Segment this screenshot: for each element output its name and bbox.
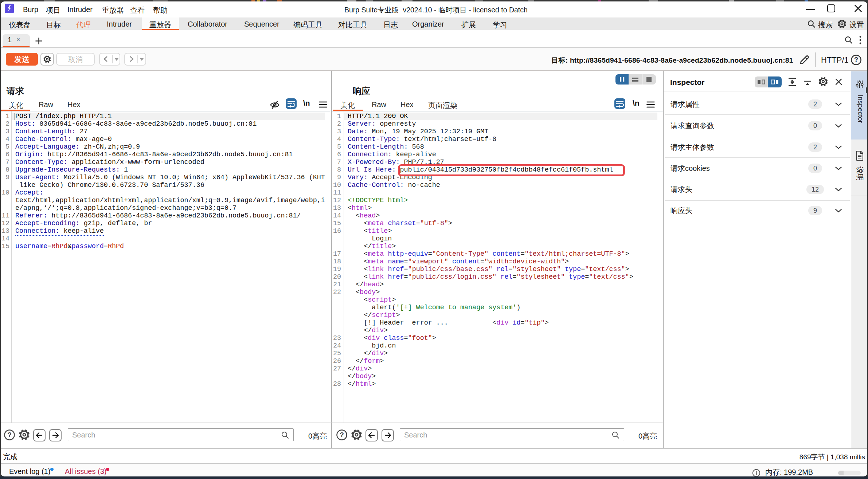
svg-text:?: ? bbox=[340, 431, 344, 439]
svg-text:?: ? bbox=[854, 56, 858, 63]
svg-text:?: ? bbox=[7, 431, 12, 439]
